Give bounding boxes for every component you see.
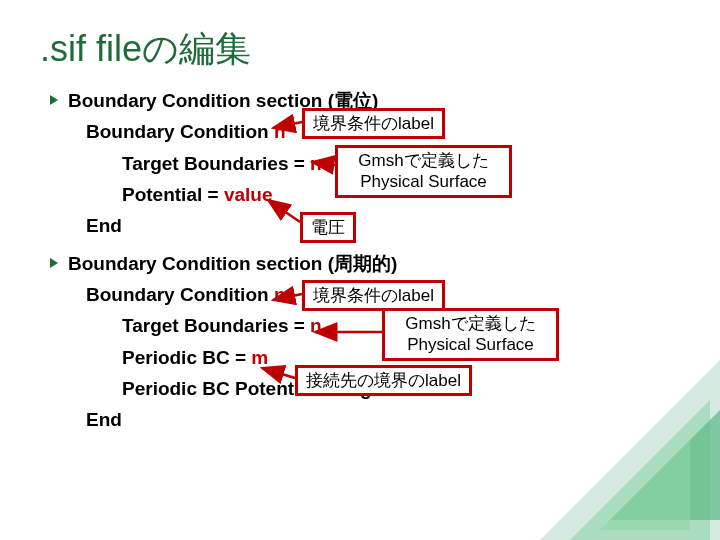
code-line: End: [86, 404, 449, 435]
line-var: n: [274, 284, 286, 305]
bullet-icon: [50, 95, 58, 105]
line-pre: Boundary Condition: [86, 121, 274, 142]
line-var: m: [251, 347, 268, 368]
slide: .sif fileの編集 Boundary Condition section …: [0, 0, 720, 540]
heading-text: Boundary Condition section (周期的): [68, 253, 397, 274]
callout-box-label: 境界条件のlabel: [302, 280, 445, 311]
callout-box-label: 境界条件のlabel: [302, 108, 445, 139]
line-var: value: [224, 184, 273, 205]
bullet-icon: [50, 258, 58, 268]
line-pre: Potential =: [122, 184, 224, 205]
line-var: n: [310, 315, 322, 336]
callout-text: Physical Surface: [407, 335, 534, 354]
slide-title: .sif fileの編集: [40, 25, 251, 74]
callout-box-voltage: 電圧: [300, 212, 356, 243]
line-var: n: [274, 121, 286, 142]
code-line: End: [86, 210, 449, 241]
callout-text: Gmshで定義した: [405, 314, 535, 333]
line-pre: Periodic BC =: [122, 347, 251, 368]
callout-box-gmsh: Gmshで定義した Physical Surface: [382, 308, 559, 361]
callout-text: Physical Surface: [360, 172, 487, 191]
callout-text: 境界条件のlabel: [313, 114, 434, 133]
section-heading: Boundary Condition section (周期的): [50, 248, 449, 279]
line-pre: Boundary Condition: [86, 284, 274, 305]
line-var: n: [310, 153, 322, 174]
callout-box-gmsh: Gmshで定義した Physical Surface: [335, 145, 512, 198]
callout-box-connect: 接続先の境界のlabel: [295, 365, 472, 396]
line-pre: End: [86, 215, 122, 236]
callout-text: 接続先の境界のlabel: [306, 371, 461, 390]
callout-text: 電圧: [311, 218, 345, 237]
callout-text: 境界条件のlabel: [313, 286, 434, 305]
callout-text: Gmshで定義した: [358, 151, 488, 170]
line-pre: End: [86, 409, 122, 430]
line-pre: Target Boundaries =: [122, 315, 310, 336]
decorative-triangles: [520, 340, 720, 540]
line-pre: Target Boundaries =: [122, 153, 310, 174]
